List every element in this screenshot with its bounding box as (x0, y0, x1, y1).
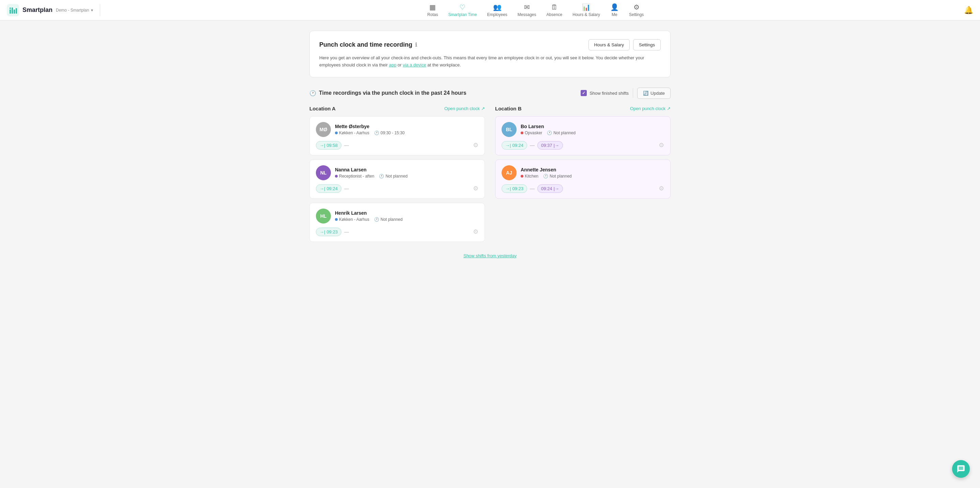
location-header: Location B Open punch clock ↗ (495, 106, 671, 111)
location-name: Location B (495, 106, 522, 111)
employee-gear-button[interactable]: ⚙ (473, 228, 479, 235)
nav-icon-hours-salary: 📊 (582, 3, 590, 11)
arrow-in-icon: →| (505, 186, 511, 191)
svg-rect-1 (10, 9, 11, 14)
role-item: Kitchen (521, 174, 538, 178)
employee-card-top: HL Henrik Larsen Køkken - Aarhus 🕐 Not p… (316, 208, 479, 224)
punch-clock-title: Punch clock and time recording (319, 41, 412, 48)
location-name: Location A (309, 106, 336, 111)
employee-info: Henrik Larsen Køkken - Aarhus 🕐 Not plan… (335, 210, 479, 222)
role-dot-icon (335, 175, 338, 178)
info-text-before: Here you get an overview of all your che… (319, 55, 644, 67)
show-yesterday-link[interactable]: Show shifts from yesterday (463, 253, 517, 258)
role-dot-icon (335, 218, 338, 221)
nav-icon-me: 👤 (610, 3, 619, 11)
nav-item-rotas[interactable]: ▦ Rotas (427, 3, 438, 17)
show-finished-checkbox[interactable] (581, 90, 587, 96)
schedule-text: Not planned (554, 130, 576, 135)
info-card-title: Punch clock and time recording ℹ (319, 41, 417, 48)
role-item: Køkken - Aarhus (335, 130, 369, 135)
punch-in-value: 09:58 (326, 143, 338, 148)
avatar-bo: BL (501, 122, 517, 137)
employee-gear-button[interactable]: ⚙ (473, 185, 479, 192)
nav-item-smartplan-time[interactable]: ♡ Smartplan Time (448, 3, 477, 17)
svg-rect-4 (16, 8, 17, 14)
employee-info: Mette Østerbye Køkken - Aarhus 🕐 09:30 -… (335, 124, 479, 135)
employee-card-bottom: →| 09:24 — 09:37 |→ ⚙ (501, 141, 664, 149)
divider (633, 88, 633, 98)
avatar-henrik: HL (316, 208, 331, 224)
arrow-out-icon: |→ (554, 186, 559, 191)
org-name: Demo - Smartplan (56, 8, 89, 13)
external-link-icon: ↗ (481, 106, 485, 111)
time-dash: — (344, 229, 349, 234)
svg-point-5 (9, 7, 11, 9)
clock-icon: 🕐 (309, 90, 316, 97)
employee-gear-button[interactable]: ⚙ (473, 141, 479, 149)
employee-info: Nanna Larsen Receptionist - aften 🕐 Not … (335, 167, 479, 178)
employee-meta: Køkken - Aarhus 🕐 09:30 - 15:30 (335, 130, 479, 135)
nav-item-messages[interactable]: ✉ Messages (518, 3, 536, 17)
nav-item-me[interactable]: 👤 Me (610, 3, 619, 17)
nav-item-settings[interactable]: ⚙ Settings (629, 3, 644, 17)
section-title-text: Time recordings via the punch clock in t… (319, 90, 466, 96)
employee-meta: Opvasker 🕐 Not planned (521, 130, 664, 135)
time-dash: — (530, 143, 535, 148)
nav-icon-messages: ✉ (524, 3, 530, 11)
device-link[interactable]: via a device (403, 62, 426, 67)
schedule-item: 🕐 Not planned (547, 130, 576, 135)
notifications-bell-icon[interactable]: 🔔 (964, 6, 973, 15)
svg-rect-2 (11, 8, 13, 14)
employee-name: Nanna Larsen (335, 167, 479, 172)
nav-items: ▦ Rotas ♡ Smartplan Time 👥 Employees ✉ M… (107, 3, 964, 17)
external-link-icon: ↗ (667, 106, 671, 111)
schedule-text: Not planned (550, 174, 572, 178)
avatar-nanna: NL (316, 165, 331, 180)
nav-item-hours-salary[interactable]: 📊 Hours & Salary (573, 3, 600, 17)
employee-name: Henrik Larsen (335, 210, 479, 216)
employee-name: Bo Larsen (521, 124, 664, 129)
section-controls: Show finished shifts 🔄 Update (581, 87, 671, 99)
info-card: Punch clock and time recording ℹ Hours &… (309, 31, 671, 77)
open-punch-clock-link[interactable]: Open punch clock ↗ (444, 106, 485, 111)
arrow-in-icon: →| (320, 143, 325, 148)
show-yesterday-section: Show shifts from yesterday (309, 253, 671, 258)
info-text-mid: or (398, 62, 403, 67)
employee-gear-button[interactable]: ⚙ (659, 185, 664, 192)
app-link[interactable]: app (389, 62, 397, 67)
info-card-buttons: Hours & Salary Settings (589, 39, 661, 51)
schedule-item: 🕐 Not planned (374, 217, 403, 222)
role-text: Kitchen (525, 174, 538, 178)
schedule-text: 09:30 - 15:30 (380, 130, 405, 135)
punch-out-value: 09:24 (541, 186, 552, 191)
employee-info: Annette Jensen Kitchen 🕐 Not planned (521, 167, 664, 178)
employee-meta: Receptionist - aften 🕐 Not planned (335, 174, 479, 178)
avatar-mette: MØ (316, 122, 331, 137)
update-button[interactable]: 🔄 Update (637, 87, 671, 99)
time-row: →| 09:23 — 09:24 |→ (501, 184, 563, 193)
info-circle-icon[interactable]: ℹ (415, 41, 417, 48)
nav-icon-employees: 👥 (493, 3, 501, 11)
schedule-item: 🕐 09:30 - 15:30 (374, 130, 405, 135)
arrow-in-icon: →| (320, 229, 325, 234)
punch-in-value: 09:24 (512, 143, 523, 148)
refresh-icon: 🔄 (643, 91, 648, 96)
nav-item-absence[interactable]: 🗓 Absence (547, 3, 563, 17)
hours-salary-button[interactable]: Hours & Salary (589, 39, 630, 51)
employee-card-top: NL Nanna Larsen Receptionist - aften 🕐 N… (316, 165, 479, 180)
employee-gear-button[interactable]: ⚙ (659, 141, 664, 149)
settings-button[interactable]: Settings (633, 39, 661, 51)
clock-small-icon: 🕐 (543, 174, 548, 178)
open-punch-clock-link[interactable]: Open punch clock ↗ (630, 106, 671, 111)
nav-icon-absence: 🗓 (551, 3, 558, 11)
punch-out-time: 09:37 |→ (538, 141, 563, 149)
org-selector[interactable]: Demo - Smartplan ▾ (56, 8, 93, 13)
employee-card-bottom: →| 09:24 — ⚙ (316, 184, 479, 193)
employee-card-bottom: →| 09:23 — ⚙ (316, 227, 479, 236)
nav-icon-rotas: ▦ (430, 3, 436, 11)
time-row: →| 09:23 — (316, 227, 349, 236)
nav-item-employees[interactable]: 👥 Employees (487, 3, 507, 17)
punch-in-time: →| 09:23 (501, 184, 527, 193)
punch-in-value: 09:23 (326, 229, 338, 234)
role-dot-icon (521, 175, 523, 178)
